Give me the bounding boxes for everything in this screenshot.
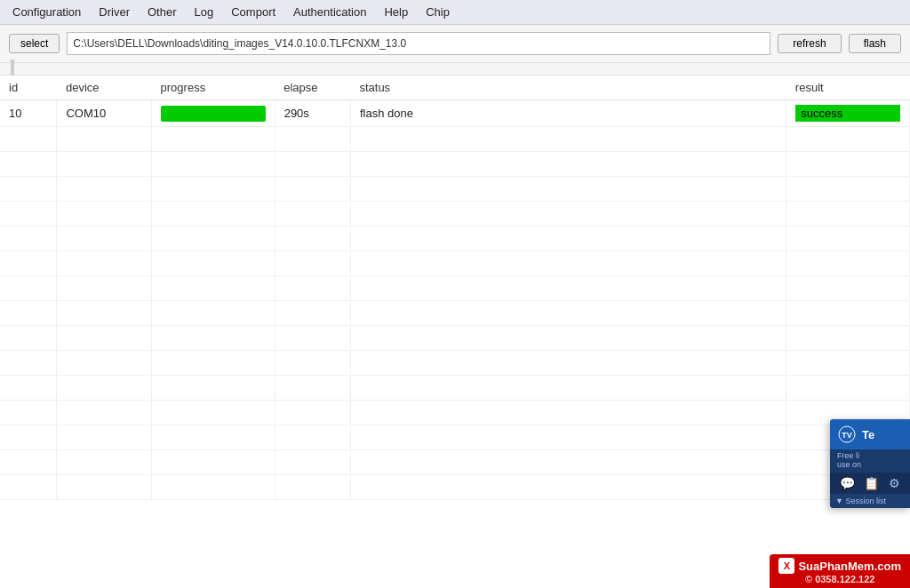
table-row-empty: [0, 202, 910, 226]
table-row-empty: [0, 401, 910, 425]
table-row-empty: [0, 425, 910, 450]
chat-icon[interactable]: 💬: [840, 476, 855, 490]
menu-comport[interactable]: Comport: [222, 2, 284, 22]
more-icon[interactable]: ⚙: [889, 476, 900, 490]
menu-configuration[interactable]: Configuration: [4, 2, 90, 22]
table-row-empty: [0, 450, 910, 475]
scrollbar-hint: [11, 60, 14, 77]
menu-help[interactable]: Help: [375, 2, 417, 22]
table-row-empty: [0, 152, 910, 177]
refresh-button[interactable]: refresh: [778, 34, 841, 53]
menu-log[interactable]: Log: [186, 2, 223, 22]
cell-device: COM10: [57, 100, 152, 127]
progress-bar: [161, 106, 266, 122]
main-table: id device progress elapse status result …: [0, 75, 910, 500]
teamviewer-title-text: Te: [862, 428, 874, 441]
table-row-empty: [0, 251, 910, 276]
watermark-site: SuaPhanMem.com: [798, 560, 901, 573]
select-button[interactable]: select: [9, 34, 60, 53]
col-header-id: id: [0, 75, 57, 100]
table-row-empty: [0, 127, 910, 152]
watermark-top: X SuaPhanMem.com: [778, 558, 901, 574]
cell-status: flash done: [350, 100, 786, 127]
table-row-empty: [0, 276, 910, 301]
svg-text:TV: TV: [842, 431, 852, 440]
menu-driver[interactable]: Driver: [90, 2, 139, 22]
result-badge: success: [795, 105, 900, 122]
table-row-empty: [0, 475, 910, 500]
menu-authentication[interactable]: Authentication: [284, 2, 375, 22]
table-row-empty: [0, 301, 910, 326]
teamviewer-session-label[interactable]: ▼ Session list: [830, 494, 910, 508]
main-content: select refresh flash id device progress …: [0, 25, 910, 588]
table-area[interactable]: id device progress elapse status result …: [0, 75, 910, 588]
teamviewer-subtitle: Free li use on: [830, 449, 910, 473]
cell-progress: [152, 100, 275, 127]
table-row-empty: [0, 351, 910, 376]
table-row: 10 COM10 290s flash done success: [0, 100, 910, 127]
table-row-empty: [0, 177, 910, 202]
teamviewer-logo: TV: [837, 425, 857, 444]
menu-bar: Configuration Driver Other Log Comport A…: [0, 0, 910, 25]
col-header-device: device: [57, 75, 152, 100]
cell-elapse: 290s: [275, 100, 350, 127]
teamviewer-icons[interactable]: 💬 📋 ⚙: [830, 473, 910, 494]
menu-other[interactable]: Other: [139, 2, 186, 22]
watermark: X SuaPhanMem.com © 0358.122.122: [770, 554, 910, 588]
teamviewer-header: TV Te: [830, 419, 910, 449]
menu-chip[interactable]: Chip: [417, 2, 459, 22]
flash-button[interactable]: flash: [849, 34, 901, 53]
table-row-empty: [0, 326, 910, 351]
table-row-empty: [0, 226, 910, 251]
watermark-icon: X: [778, 558, 794, 574]
col-header-elapse: elapse: [275, 75, 350, 100]
col-header-status: status: [350, 75, 786, 100]
table-row-empty: [0, 376, 910, 401]
teamviewer-panel[interactable]: TV Te Free li use on 💬 📋 ⚙ ▼ Session lis…: [830, 419, 910, 508]
table-header-row: id device progress elapse status result: [0, 75, 910, 100]
cell-result: success: [786, 100, 910, 127]
toolbar: select refresh flash: [0, 25, 910, 63]
col-header-result: result: [786, 75, 910, 100]
copy-icon[interactable]: 📋: [864, 476, 879, 490]
col-header-progress: progress: [152, 75, 275, 100]
cell-id: 10: [0, 100, 57, 127]
file-path-input[interactable]: [67, 32, 770, 55]
teamviewer-logo-icon: TV: [838, 425, 856, 443]
progress-indicator-row: [0, 63, 910, 75]
watermark-phone: © 0358.122.122: [805, 574, 874, 584]
